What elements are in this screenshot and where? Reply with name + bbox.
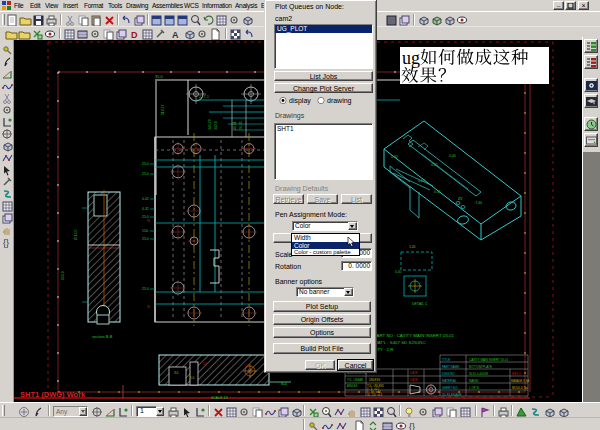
svg-text:SHT1 (DWG) Work: SHT1 (DWG) Work <box>20 390 86 399</box>
svg-text:25.0: 25.0 <box>142 287 149 291</box>
svg-text:DETAIL C: DETAIL C <box>412 302 428 306</box>
svg-text:155.0: 155.0 <box>61 271 65 280</box>
svg-text:UNLESS: UNLESS <box>369 378 380 382</box>
svg-text:Ø2: Ø2 <box>458 197 463 201</box>
svg-text:{}: {} <box>409 422 415 430</box>
svg-text:1.20: 1.20 <box>409 245 415 249</box>
svg-text:MAT'L : S407 SD S25/45C: MAT'L : S407 SD S25/45C <box>374 340 426 345</box>
svg-text:0.32: 0.32 <box>142 207 149 211</box>
svg-text:25.0: 25.0 <box>142 237 149 241</box>
svg-text:0.00: 0.00 <box>449 154 456 158</box>
svg-text:35.0: 35.0 <box>155 74 164 79</box>
svg-text:ug: ug <box>402 48 420 68</box>
svg-text:12: 12 <box>245 364 249 368</box>
svg-text:MANAGE S.SA: MANAGE S.SA <box>511 379 529 383</box>
svg-text:110.27: 110.27 <box>161 105 165 115</box>
svg-text:CAVITY MAIN INSERT 03-01: CAVITY MAIN INSERT 03-01 <box>469 358 508 362</box>
svg-text:PART NAME: PART NAME <box>442 365 459 369</box>
svg-text:TOL. LINEAR: TOL. LINEAR <box>347 378 363 382</box>
svg-text:25.0: 25.0 <box>142 162 149 166</box>
svg-text:3.0: 3.0 <box>174 371 179 375</box>
svg-text:B: B <box>147 218 150 223</box>
svg-text:MATERIAL: MATERIAL <box>442 379 457 383</box>
svg-text:26.35: 26.35 <box>239 121 243 130</box>
svg-text:DATE: DATE <box>410 371 418 375</box>
svg-text:SLID-0-4001E: SLID-0-4001E <box>469 372 488 376</box>
svg-text:ANGLES: ANGLES <box>347 384 358 388</box>
svg-text:25.0: 25.0 <box>142 172 149 176</box>
svg-text:section B-B: section B-B <box>92 334 113 339</box>
svg-text:SHEET NO.: SHEET NO. <box>442 386 458 390</box>
svg-text:DWG NO.: DWG NO. <box>442 372 456 376</box>
svg-text:0.40: 0.40 <box>395 270 401 274</box>
svg-text:PART NO : CAVITY MAIN INSERT: PART NO : CAVITY MAIN INSERT 03-01 <box>374 333 455 338</box>
svg-text:41.01: 41.01 <box>233 121 237 130</box>
svg-text:3D FILENAME: 3D FILENAME <box>442 393 462 397</box>
svg-text:NAK80: NAK80 <box>469 379 479 383</box>
svg-text:D: D <box>131 30 138 40</box>
svg-text:{}: {} <box>3 238 9 248</box>
svg-text:SCALE 1/1: SCALE 1/1 <box>211 396 228 400</box>
svg-text:B=0: B=0 <box>281 382 287 386</box>
svg-text:-7.40: -7.40 <box>474 201 482 205</box>
svg-text:12: 12 <box>203 362 207 366</box>
svg-text:B: B <box>147 304 150 309</box>
svg-text:1 OF N: 1 OF N <box>469 386 479 390</box>
svg-text:0.02: 0.02 <box>142 197 149 201</box>
svg-text:27.7-1: 27.7-1 <box>199 95 209 99</box>
svg-text:TITLE: TITLE <box>442 358 450 362</box>
svg-text:DATE: DATE <box>410 378 418 382</box>
svg-text:BOTTOM PLATE: BOTTOM PLATE <box>469 365 492 369</box>
svg-text:30 -120: ±0.3: 30 -120: ±0.3 <box>367 393 383 397</box>
svg-text:1.0: 1.0 <box>190 376 195 380</box>
svg-text:150.: 150. <box>142 229 149 233</box>
svg-text:Ø 15.0: Ø 15.0 <box>74 229 78 240</box>
svg-text:345.70: 345.70 <box>208 119 212 130</box>
svg-text:342.0: 342.0 <box>214 121 218 130</box>
svg-text:0.00: 0.00 <box>391 155 398 159</box>
svg-text:A: A <box>172 30 179 40</box>
svg-text:0.03: 0.03 <box>418 179 425 183</box>
svg-text:0.01: 0.01 <box>434 190 441 194</box>
svg-text:-0.01: -0.01 <box>430 163 438 167</box>
svg-text:MOULD No.: MOULD No. <box>512 386 529 390</box>
svg-text:REV 0: REV 0 <box>512 372 521 376</box>
svg-text:drawing: drawing <box>327 97 352 105</box>
svg-text:display: display <box>289 97 311 105</box>
